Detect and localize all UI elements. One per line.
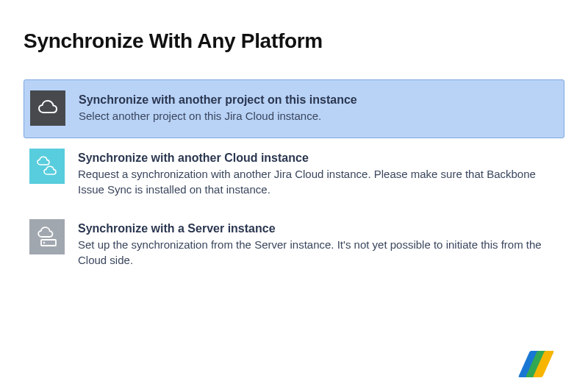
option-desc: Set up the synchronization from the Serv…: [78, 237, 553, 268]
page-title: Synchronize With Any Platform: [24, 29, 564, 53]
option-title: Synchronize with a Server instance: [78, 222, 553, 235]
option-same-instance[interactable]: Synchronize with another project on this…: [24, 79, 564, 138]
option-text: Synchronize with another project on this…: [79, 90, 552, 124]
option-title: Synchronize with another project on this…: [79, 93, 552, 107]
brand-logo: [526, 351, 548, 377]
option-text: Synchronize with another Cloud instance …: [78, 149, 553, 197]
option-text: Synchronize with a Server instance Set u…: [78, 219, 553, 268]
option-title: Synchronize with another Cloud instance: [78, 152, 553, 165]
cloud-server-icon: [29, 219, 65, 254]
option-cloud-instance[interactable]: Synchronize with another Cloud instance …: [24, 138, 564, 209]
svg-point-1: [43, 242, 45, 243]
option-desc: Request a synchronization with another J…: [78, 166, 553, 197]
option-server-instance[interactable]: Synchronize with a Server instance Set u…: [24, 209, 564, 279]
option-desc: Select another project on this Jira Clou…: [79, 108, 552, 124]
cloud-icon: [30, 90, 65, 126]
cloud-pair-icon: [29, 149, 65, 184]
sync-option-list: Synchronize with another project on this…: [24, 79, 564, 279]
